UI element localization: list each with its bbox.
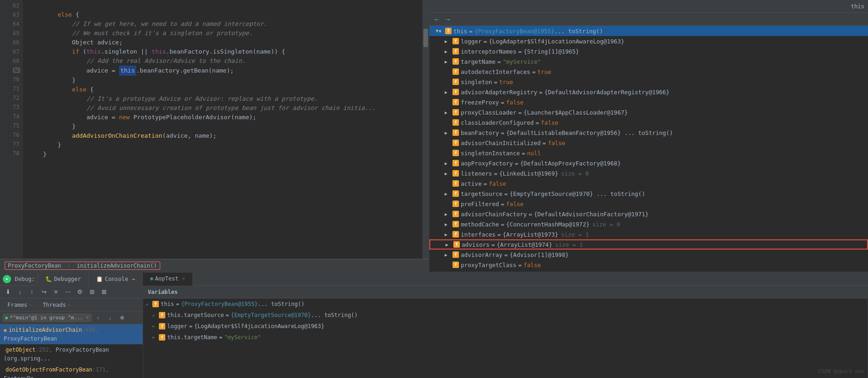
run-to-cursor-btn[interactable]: ↪ xyxy=(39,287,49,297)
more-btn[interactable]: ⋯ xyxy=(63,287,73,297)
code-scrollbar[interactable] xyxy=(422,0,429,259)
expand-icon-advisorArray[interactable]: ▶ xyxy=(442,251,450,258)
frame-item-0[interactable]: ◉initializeAdvisorChain:449, ProxyFactor… xyxy=(0,324,143,344)
var-tree[interactable]: ▼ f this = {ProxyFactoryBean@1955} ... t… xyxy=(429,26,868,272)
settings-btn-frame[interactable]: ⚙ xyxy=(75,287,85,297)
bottom-expand-logger[interactable]: ► xyxy=(152,322,155,331)
field-icon-interceptorNames: f xyxy=(452,48,459,55)
expand-icon-this[interactable]: ▼ xyxy=(435,27,442,35)
bottom-expand-targetName[interactable]: ► xyxy=(152,333,155,342)
thread-filter-btn-up[interactable]: ↑ xyxy=(93,313,103,323)
thread-filter-icon[interactable]: ⊕ xyxy=(117,313,127,323)
tab-console[interactable]: 📋 Console → xyxy=(89,273,143,286)
expand-icon-interceptorNames[interactable]: ▶ xyxy=(442,48,450,55)
editor-area: 62 63 64 65 66 67 68 69 70 xyxy=(0,0,868,272)
expand-icon-methodCache[interactable]: ▶ xyxy=(442,220,450,228)
scrollbar-thumb[interactable] xyxy=(423,29,428,47)
expand-icon-listeners[interactable]: ▶ xyxy=(442,170,450,177)
var-item-classLoaderConfigured[interactable]: f classLoaderConfigured = false xyxy=(429,117,868,128)
var-item-autodetectInterfaces[interactable]: f autodetectInterfaces = true xyxy=(429,67,868,77)
var-item-beanFactory[interactable]: ▶ f beanFactory = {DefaultListableBeanFa… xyxy=(429,128,868,138)
tab-aoptest[interactable]: ◉ AopTest ✕ xyxy=(143,273,193,286)
frames-list[interactable]: ◉initializeAdvisorChain:449, ProxyFactor… xyxy=(0,324,143,378)
var-item-interfaces[interactable]: ▶ f interfaces = {ArrayList@1973} size =… xyxy=(429,229,868,239)
var-item-singletonInstance[interactable]: f singletonInstance = null xyxy=(429,148,868,158)
var-item-freezeProxy[interactable]: f freezeProxy = false xyxy=(429,97,868,107)
bottom-area: ▶ Debug: 🐛 Debugger 📋 Console → ◉ AopTes… xyxy=(0,272,868,378)
expand-icon-beanFactory[interactable]: ▶ xyxy=(442,129,450,136)
var-item-singleton[interactable]: f singleton = true xyxy=(429,77,868,87)
frame-item-1[interactable]: getObject:252, ProxyFactoryBean (org.spr… xyxy=(0,344,143,364)
field-icon-singletonInstance: f xyxy=(452,150,459,156)
debugger-tab-label: Debugger xyxy=(54,276,81,282)
var-item-advisors[interactable]: ▶ f advisors = {ArrayList@1974} size = 1 xyxy=(429,239,868,250)
debug-label: Debug: xyxy=(15,276,35,282)
frames-arrow: → xyxy=(29,302,31,307)
var-item-advisorChainInitialized[interactable]: f advisorChainInitialized = false xyxy=(429,138,868,148)
code-line-63: else { xyxy=(29,10,422,19)
var-item-this-root[interactable]: ▼ f this = {ProxyFactoryBean@1955} ... t… xyxy=(429,26,868,36)
expand-icon-proxyClassLoader[interactable]: ▶ xyxy=(442,109,450,116)
expand-icon-advisorAdapterRegistry[interactable]: ▶ xyxy=(442,88,450,96)
console-icon: 📋 xyxy=(96,276,103,282)
var-item-preFiltered[interactable]: f preFiltered = false xyxy=(429,199,868,209)
breadcrumb-bar: ProxyFactoryBean › initializeAdvisorChai… xyxy=(0,259,429,272)
var-item-listeners[interactable]: ▶ f listeners = {LinkedList@1969} size =… xyxy=(429,168,868,178)
var-item-targetName[interactable]: ▶ f targetName = "myService" xyxy=(429,56,868,67)
tab-debugger[interactable]: 🐛 Debugger xyxy=(38,273,89,286)
play-button[interactable]: ▶ xyxy=(3,275,11,283)
bottom-var-targetSource[interactable]: ↙ f this.targetSource = {EmptyTargetSour… xyxy=(143,310,868,321)
var-item-methodCache[interactable]: ▶ f methodCache = {ConcurrentHashMap@197… xyxy=(429,219,868,229)
aoptest-close-btn[interactable]: ✕ xyxy=(182,275,185,281)
bottom-expand-this[interactable]: ↙ xyxy=(146,299,149,309)
frame-item-2[interactable]: doGetObjectFromFactoryBean:171, FactoryB… xyxy=(0,364,143,378)
tab-threads[interactable]: Threads → xyxy=(38,300,75,310)
expand-icon-logger[interactable]: ▶ xyxy=(442,37,450,45)
close-layout-btn[interactable]: ⊠ xyxy=(99,287,109,297)
var-item-aopProxyFactory[interactable]: ▶ f aopProxyFactory = {DefaultAopProxyFa… xyxy=(429,158,868,168)
var-item-advisorChainFactory[interactable]: ▶ f advisorChainFactory = {DefaultAdviso… xyxy=(429,209,868,219)
bottom-var-this[interactable]: ↙ f this = {ProxyFactoryBean@1955} ... t… xyxy=(143,299,868,310)
tab-frames[interactable]: Frames → xyxy=(3,300,36,310)
breadcrumb-class: ProxyFactoryBean › initializeAdvisorChai… xyxy=(5,262,160,270)
thread-dropdown[interactable]: ● *"main"@1 in group "m... ▼ xyxy=(3,314,91,322)
variables-title: Variables xyxy=(148,289,178,295)
back-btn[interactable]: ← xyxy=(432,15,441,24)
debug-content: ⬇ ↓ ↑ ↪ ≡ ⋯ ⚙ ⊞ ⊠ Frames → xyxy=(0,286,868,378)
step-out-btn[interactable]: ↑ xyxy=(27,287,37,297)
forward-btn[interactable]: → xyxy=(443,15,452,24)
variables-list[interactable]: ↙ f this = {ProxyFactoryBean@1955} ... t… xyxy=(143,299,868,378)
eval-expr-btn[interactable]: ≡ xyxy=(51,287,61,297)
expand-icon-targetName[interactable]: ▶ xyxy=(442,58,450,65)
var-item-proxyTargetClass[interactable]: f proxyTargetClass = false xyxy=(429,260,868,270)
expand-icon-advisorChainFactory[interactable]: ▶ xyxy=(442,210,450,218)
field-icon-aopProxyFactory: f xyxy=(452,160,459,166)
var-item-logger[interactable]: ▶ f logger = {LogAdapter$Slf4jLocationAw… xyxy=(429,36,868,46)
bottom-expand-targetSource[interactable]: ↙ xyxy=(152,311,155,320)
thread-filter-btn[interactable]: ▼ xyxy=(86,315,89,321)
field-icon-interfaces: f xyxy=(452,231,459,238)
var-item-advisorAdapterRegistry[interactable]: ▶ f advisorAdapterRegistry = {DefaultAdv… xyxy=(429,87,868,97)
thread-filter-btn-down[interactable]: ↓ xyxy=(105,313,115,323)
expand-icon-interfaces[interactable]: ▶ xyxy=(442,231,450,238)
field-icon-advisorAdapterRegistry: f xyxy=(452,89,459,95)
main-container: 62 63 64 65 66 67 68 69 70 xyxy=(0,0,868,378)
code-line-78: } xyxy=(29,150,422,159)
var-item-targetSource[interactable]: ▶ f targetSource = {EmptyTargetSource@19… xyxy=(429,189,868,199)
expand-icon-aopProxyFactory[interactable]: ▶ xyxy=(442,159,450,167)
expand-icon-advisors[interactable]: ▶ xyxy=(443,241,451,248)
frame-arrow-0: ◉ xyxy=(4,327,7,333)
bottom-var-targetName[interactable]: ► f this.targetName = "myService" xyxy=(143,332,868,343)
var-item-interceptorNames[interactable]: ▶ f interceptorNames = {String[1]@1965} xyxy=(429,46,868,56)
restore-btn[interactable]: ⊞ xyxy=(87,287,97,297)
bottom-var-logger[interactable]: ► f logger = {LogAdapter$Slf4jLocationAw… xyxy=(143,321,868,332)
expand-icon-targetSource[interactable]: ▶ xyxy=(442,190,450,197)
svg-rect-0 xyxy=(13,68,20,73)
step-over-btn[interactable]: ⬇ xyxy=(3,287,13,297)
panel-title-label: this xyxy=(851,3,864,10)
var-item-advisorArray[interactable]: ▶ f advisorArray = {Advisor[1]@1998} xyxy=(429,250,868,260)
right-panel-header: this xyxy=(429,0,868,13)
step-into-btn[interactable]: ↓ xyxy=(15,287,25,297)
var-item-proxyClassLoader[interactable]: ▶ f proxyClassLoader = {Launcher$AppClas… xyxy=(429,107,868,117)
var-item-active[interactable]: f active = false xyxy=(429,178,868,189)
